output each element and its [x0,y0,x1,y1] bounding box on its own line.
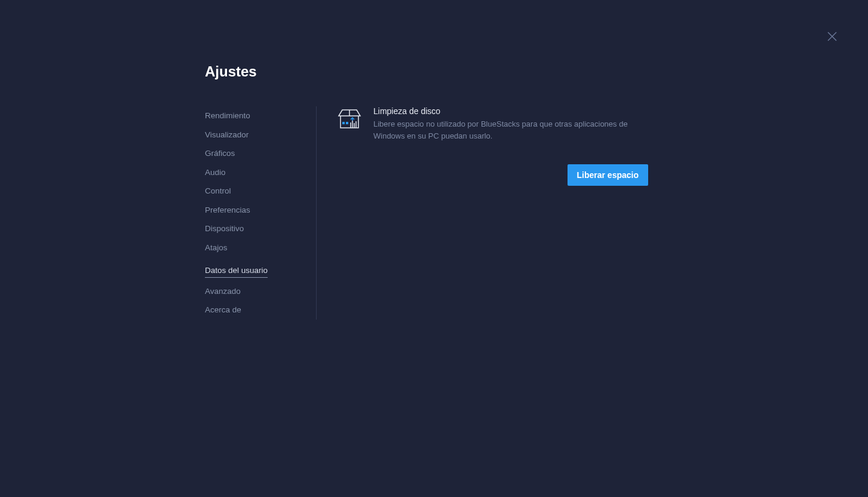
sidebar: Rendimiento Visualizador Gráficos Audio … [205,106,316,320]
card-title: Limpieza de disco [373,106,648,116]
sidebar-item-visualizador[interactable]: Visualizador [205,125,304,145]
sidebar-item-audio[interactable]: Audio [205,163,304,182]
sidebar-item-datos-usuario[interactable]: Datos del usuario [205,261,268,278]
close-button[interactable] [827,32,837,41]
sidebar-item-dispositivo[interactable]: Dispositivo [205,219,304,238]
svg-rect-3 [342,122,345,124]
sidebar-item-graficos[interactable]: Gráficos [205,144,304,163]
disk-cleanup-icon [338,108,361,131]
sidebar-item-avanzado[interactable]: Avanzado [205,282,304,301]
sidebar-item-atajos[interactable]: Atajos [205,238,304,257]
card-description: Libere espacio no utilizado por BlueStac… [373,118,648,142]
main-content: Limpieza de disco Libere espacio no util… [317,106,648,320]
close-icon [827,32,837,41]
sidebar-item-preferencias[interactable]: Preferencias [205,201,304,220]
sidebar-item-acerca-de[interactable]: Acerca de [205,300,304,320]
sidebar-item-rendimiento[interactable]: Rendimiento [205,106,304,125]
free-space-button[interactable]: Liberar espacio [568,164,649,186]
disk-cleanup-card: Limpieza de disco Libere espacio no util… [338,106,648,142]
content-wrapper: Rendimiento Visualizador Gráficos Audio … [205,106,868,320]
page-title: Ajustes [205,63,868,80]
card-body: Limpieza de disco Libere espacio no util… [373,106,648,142]
action-row: Liberar espacio [338,164,648,186]
settings-container: Ajustes Rendimiento Visualizador Gráfico… [0,0,868,320]
sidebar-item-control[interactable]: Control [205,182,304,201]
svg-rect-4 [346,122,348,124]
